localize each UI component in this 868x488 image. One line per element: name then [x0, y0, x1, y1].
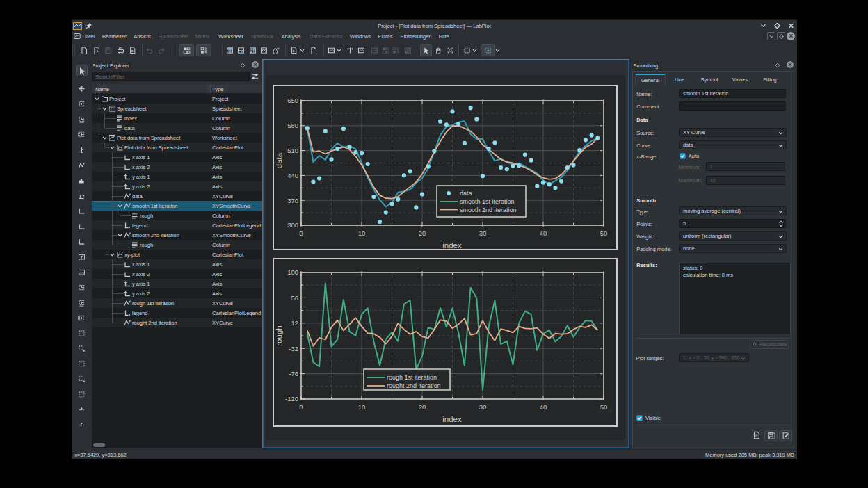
svg-text:50: 50 — [600, 229, 608, 237]
svg-text:580: 580 — [287, 122, 298, 129]
svg-text:10: 10 — [358, 229, 366, 237]
svg-text:-120: -120 — [285, 395, 298, 402]
svg-text:0: 0 — [299, 229, 303, 237]
svg-text:rough: rough — [275, 325, 283, 345]
svg-text:smooth 2nd iteration: smooth 2nd iteration — [460, 206, 517, 213]
svg-text:-32: -32 — [289, 345, 298, 352]
svg-text:0: 0 — [299, 403, 303, 411]
svg-text:data: data — [275, 152, 283, 168]
svg-text:rough 1st iteration: rough 1st iteration — [387, 374, 437, 381]
svg-text:30: 30 — [479, 403, 487, 411]
svg-text:-76: -76 — [289, 370, 298, 377]
svg-text:30: 30 — [479, 229, 487, 237]
svg-text:index: index — [442, 415, 462, 423]
svg-text:40: 40 — [540, 403, 547, 411]
svg-text:440: 440 — [287, 172, 298, 179]
svg-text:smooth 1st iteration: smooth 1st iteration — [460, 198, 515, 205]
svg-text:20: 20 — [419, 229, 426, 237]
svg-text:40: 40 — [540, 229, 547, 237]
svg-text:rought 2nd iteration: rought 2nd iteration — [387, 382, 441, 389]
svg-text:100: 100 — [287, 268, 298, 276]
svg-text:56: 56 — [291, 294, 298, 302]
svg-text:10: 10 — [358, 403, 366, 411]
svg-text:370: 370 — [287, 197, 298, 204]
svg-text:510: 510 — [287, 147, 298, 154]
svg-text:50: 50 — [600, 403, 608, 411]
svg-text:index: index — [442, 241, 462, 250]
svg-text:300: 300 — [287, 221, 298, 229]
svg-text:20: 20 — [419, 403, 426, 411]
svg-text:data: data — [460, 190, 472, 197]
svg-text:12: 12 — [291, 319, 298, 327]
svg-text:650: 650 — [287, 97, 298, 104]
